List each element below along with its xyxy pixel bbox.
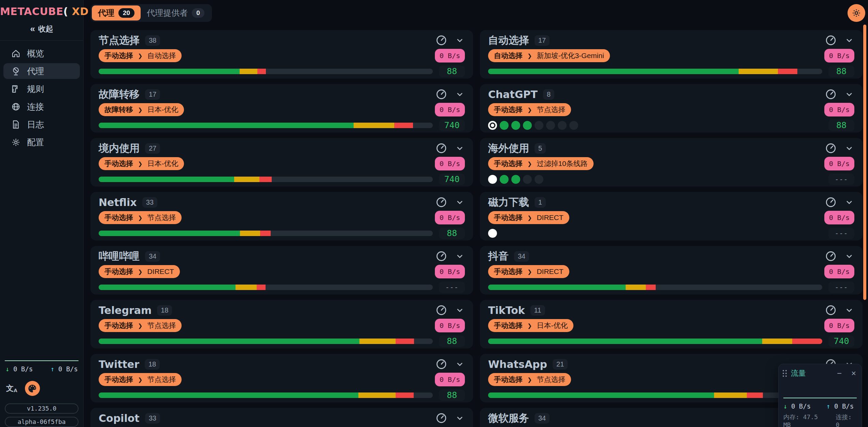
proxy-node-dot[interactable] bbox=[511, 175, 520, 184]
selected-proxy-label: 自动选择 bbox=[147, 51, 176, 60]
proxy-group-card: 哔哩哔哩34手动选择❯DIRECT0 B/s--- bbox=[90, 246, 473, 294]
tab-代理提供者[interactable]: 代理提供者0 bbox=[141, 5, 211, 20]
drag-handle-icon[interactable] bbox=[783, 370, 787, 377]
group-latency-value: --- bbox=[828, 281, 854, 293]
chevron-down-icon[interactable] bbox=[455, 197, 465, 207]
node-count-badge: 18 bbox=[145, 359, 160, 370]
latency-test-button[interactable] bbox=[825, 304, 837, 316]
minimize-button[interactable]: − bbox=[837, 370, 842, 377]
proxy-node-dot[interactable] bbox=[523, 121, 532, 130]
divider bbox=[0, 40, 83, 41]
proxy-node-dot[interactable] bbox=[511, 121, 520, 130]
latency-test-button[interactable] bbox=[825, 250, 837, 262]
mode-badge[interactable]: 手动选择❯节点选择 bbox=[99, 211, 182, 224]
mode-badge[interactable]: 故障转移❯日本-优化 bbox=[99, 103, 184, 116]
chevron-right-icon: ❯ bbox=[138, 376, 142, 383]
sidebar-item-日志[interactable]: 日志 bbox=[3, 116, 80, 132]
settings-button[interactable] bbox=[848, 4, 865, 22]
chevron-down-icon[interactable] bbox=[455, 359, 465, 369]
sidebar-item-规则[interactable]: 规则 bbox=[3, 81, 80, 97]
proxy-node-dot[interactable] bbox=[558, 121, 567, 130]
core-version-badge[interactable]: alpha-06f5fba bbox=[5, 417, 79, 427]
chevron-down-icon[interactable] bbox=[455, 35, 465, 45]
mode-badge[interactable]: 手动选择❯自动选择 bbox=[99, 49, 182, 62]
group-latency-value: 88 bbox=[439, 66, 465, 77]
sidebar-item-概览[interactable]: 概览 bbox=[3, 45, 80, 61]
gear-icon bbox=[11, 137, 21, 147]
proxy-group-card: Twitter18手动选择❯节点选择0 B/s88 bbox=[90, 354, 473, 402]
latency-test-button[interactable] bbox=[436, 358, 447, 370]
frontend-version-badge[interactable]: v1.235.0 bbox=[5, 403, 79, 414]
mode-badge[interactable]: 手动选择❯DIRECT bbox=[488, 211, 569, 224]
latency-test-button[interactable] bbox=[825, 35, 837, 46]
proxy-node-dot[interactable] bbox=[488, 229, 497, 238]
proxy-node-dot[interactable] bbox=[488, 175, 497, 184]
mode-badge[interactable]: 手动选择❯DIRECT bbox=[488, 265, 569, 278]
tab-代理[interactable]: 代理20 bbox=[92, 5, 141, 20]
collapse-sidebar-button[interactable]: « 收起 bbox=[0, 24, 83, 34]
latency-test-button[interactable] bbox=[436, 250, 447, 262]
sidebar-item-连接[interactable]: 连接 bbox=[3, 99, 80, 114]
chevron-down-icon[interactable] bbox=[844, 197, 854, 207]
mode-badge[interactable]: 手动选择❯节点选择 bbox=[488, 103, 571, 116]
proxy-node-dot[interactable] bbox=[535, 121, 543, 130]
proxy-node-dot[interactable] bbox=[500, 121, 509, 130]
chevron-down-icon[interactable] bbox=[455, 251, 465, 261]
card-header: 故障转移17 bbox=[99, 88, 465, 100]
mode-row: 手动选择❯DIRECT0 B/s bbox=[488, 211, 854, 224]
mode-badge[interactable]: 手动选择❯节点选择 bbox=[488, 373, 571, 386]
scrollbar-thumb[interactable] bbox=[863, 25, 866, 300]
latency-test-button[interactable] bbox=[436, 35, 447, 46]
selected-proxy-label: 节点选择 bbox=[147, 213, 176, 222]
proxy-node-dot[interactable] bbox=[535, 175, 543, 184]
group-title: Telegram bbox=[99, 304, 152, 316]
latency-test-button[interactable] bbox=[436, 142, 447, 154]
latency-test-button[interactable] bbox=[436, 304, 447, 316]
sidebar-item-配置[interactable]: 配置 bbox=[3, 134, 80, 150]
chevron-down-icon[interactable] bbox=[844, 305, 854, 315]
mode-badge[interactable]: 手动选择❯节点选择 bbox=[99, 373, 182, 386]
group-speed-badge: 0 B/s bbox=[435, 265, 465, 278]
chevron-down-icon[interactable] bbox=[455, 305, 465, 315]
card-header: 哔哩哔哩34 bbox=[99, 250, 465, 262]
latency-test-button[interactable] bbox=[825, 196, 837, 208]
indicator-row: 88 bbox=[99, 389, 465, 401]
latency-test-button[interactable] bbox=[436, 412, 447, 424]
chevron-down-icon[interactable] bbox=[844, 251, 854, 261]
mode-badge[interactable]: 手动选择❯日本-优化 bbox=[99, 157, 184, 170]
chevron-down-icon[interactable] bbox=[844, 89, 854, 99]
proxy-node-dot[interactable] bbox=[500, 175, 509, 184]
latency-test-button[interactable] bbox=[825, 88, 837, 100]
chevron-down-icon[interactable] bbox=[455, 89, 465, 99]
node-count-badge: 5 bbox=[535, 143, 546, 154]
proxy-node-dot[interactable] bbox=[488, 121, 497, 130]
chevron-down-icon[interactable] bbox=[844, 35, 854, 45]
group-title: ChatGPT bbox=[488, 88, 538, 100]
mode-row: 手动选择❯节点选择0 B/s bbox=[488, 103, 854, 116]
mode-badge[interactable]: 手动选择❯节点选择 bbox=[99, 319, 182, 332]
language-toggle-button[interactable]: 文A bbox=[6, 383, 17, 394]
group-title: 抖音 bbox=[488, 249, 509, 263]
group-speed-badge: 0 B/s bbox=[435, 103, 465, 116]
close-icon[interactable]: × bbox=[851, 370, 856, 377]
chevron-down-icon[interactable] bbox=[455, 143, 465, 153]
chevron-down-icon[interactable] bbox=[455, 413, 465, 423]
selected-proxy-label: DIRECT bbox=[537, 214, 563, 222]
chevron-right-icon: ❯ bbox=[527, 322, 532, 329]
proxy-group-grid: 节点选择38手动选择❯自动选择0 B/s88自动选择17自动选择❯新加坡-优化3… bbox=[90, 30, 863, 427]
mode-badge[interactable]: 手动选择❯DIRECT bbox=[99, 265, 180, 278]
proxy-node-dot[interactable] bbox=[546, 121, 555, 130]
group-speed-badge: 0 B/s bbox=[435, 49, 465, 63]
latency-test-button[interactable] bbox=[825, 142, 837, 154]
mode-badge[interactable]: 手动选择❯过滤掉10条线路 bbox=[488, 157, 594, 170]
indicator-row: --- bbox=[488, 174, 854, 185]
sidebar-item-代理[interactable]: 代理 bbox=[3, 63, 80, 79]
latency-test-button[interactable] bbox=[436, 196, 447, 208]
latency-test-button[interactable] bbox=[436, 88, 447, 100]
mode-badge[interactable]: 手动选择❯日本-优化 bbox=[488, 319, 573, 332]
proxy-node-dot[interactable] bbox=[569, 121, 578, 130]
proxy-node-dot[interactable] bbox=[523, 175, 532, 184]
theme-palette-button[interactable] bbox=[25, 381, 40, 396]
mode-badge[interactable]: 自动选择❯新加坡-优化3-Gemini bbox=[488, 49, 610, 62]
chevron-down-icon[interactable] bbox=[844, 143, 854, 153]
